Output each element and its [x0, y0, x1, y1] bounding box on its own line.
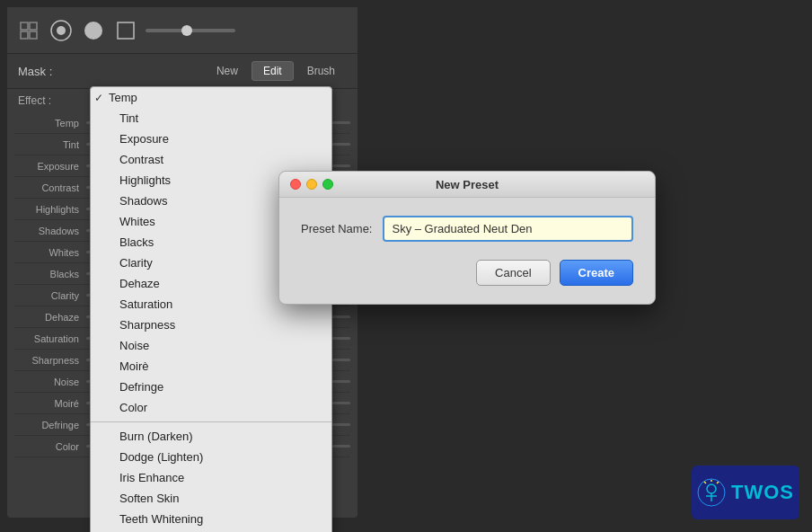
dropdown-item-temp[interactable]: ✓ Temp	[91, 87, 331, 108]
dropdown-item-iris[interactable]: Iris Enhance	[91, 467, 331, 488]
svg-rect-2	[21, 31, 28, 39]
dialog-title: New Preset	[279, 178, 655, 191]
dropdown-item-moire[interactable]: Moirè	[91, 356, 331, 377]
dropdown-item-burn[interactable]: Burn (Darken)	[91, 426, 331, 447]
dropdown-item-tint[interactable]: Tint	[91, 108, 331, 129]
dropdown-item-soften[interactable]: Soften Skin	[91, 488, 331, 509]
dialog-buttons: Cancel Create	[301, 260, 633, 286]
square-icon[interactable]	[113, 18, 138, 43]
dropdown-item-contrast[interactable]: Contrast	[91, 149, 331, 170]
twos-logo-icon	[697, 478, 726, 507]
toolbar	[7, 7, 357, 54]
dropdown-separator	[91, 421, 331, 422]
svg-point-6	[84, 22, 102, 40]
preset-name-row: Preset Name:	[301, 216, 633, 242]
dialog-titlebar: New Preset	[279, 172, 655, 198]
preset-name-input[interactable]	[383, 216, 633, 242]
dialog-body: Preset Name: Cancel Create	[279, 198, 655, 304]
svg-rect-7	[118, 22, 134, 39]
record-icon[interactable]	[81, 18, 106, 43]
mask-tab-edit[interactable]: Edit	[252, 61, 294, 81]
dropdown-item-teeth[interactable]: Teeth Whitening	[91, 509, 331, 529]
toolbar-slider[interactable]	[146, 29, 349, 32]
mask-bar: Mask : New Edit Brush	[7, 54, 357, 89]
checkmark-icon: ✓	[94, 92, 105, 104]
dropdown-menu: ✓ Temp Tint Exposure Contrast Highlights…	[90, 86, 332, 532]
dropdown-item-sharpness[interactable]: Sharpness	[91, 315, 331, 335]
svg-point-8	[698, 479, 725, 506]
twos-text: TWOS	[731, 481, 794, 504]
twos-badge: TWOS	[692, 466, 799, 519]
new-preset-dialog: New Preset Preset Name: Cancel Create	[278, 171, 656, 305]
dropdown-item-defringe[interactable]: Defringe	[91, 377, 331, 397]
dropdown-item-color[interactable]: Color	[91, 397, 331, 418]
svg-rect-1	[30, 22, 37, 30]
dropdown-item-noise[interactable]: Noise	[91, 335, 331, 356]
circle-dot-icon[interactable]	[49, 18, 74, 43]
svg-point-5	[57, 26, 66, 35]
grid-icon[interactable]	[16, 18, 41, 43]
mask-label: Mask :	[18, 65, 52, 78]
dropdown-item-dodge[interactable]: Dodge (Lighten)	[91, 447, 331, 467]
svg-rect-0	[21, 22, 28, 30]
preset-name-label: Preset Name:	[301, 222, 372, 235]
mask-tab-brush[interactable]: Brush	[296, 61, 347, 81]
cancel-button[interactable]: Cancel	[476, 260, 550, 286]
svg-rect-3	[30, 31, 37, 39]
dropdown-item-exposure[interactable]: Exposure	[91, 129, 331, 149]
mask-tabs: New Edit Brush	[205, 61, 347, 81]
mask-tab-new[interactable]: New	[205, 61, 250, 81]
create-button[interactable]: Create	[560, 260, 633, 286]
